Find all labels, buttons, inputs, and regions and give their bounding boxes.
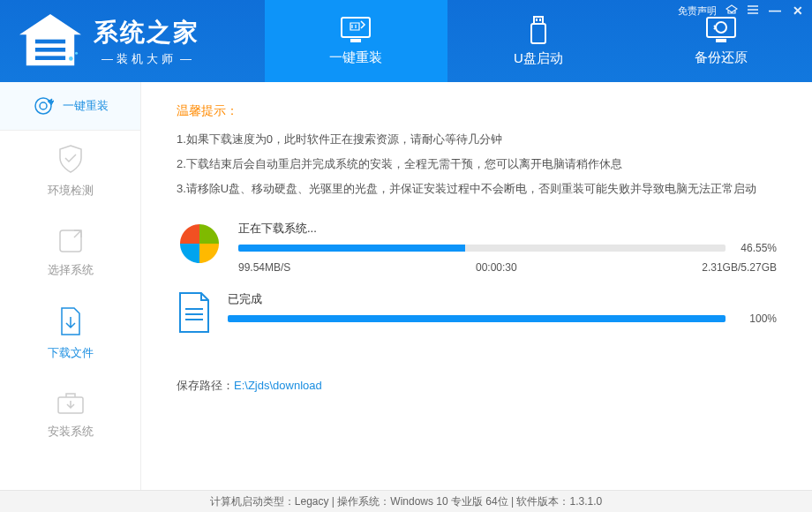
logo-subtitle: 装机大师 <box>94 51 199 67</box>
sidebar-item-env-check[interactable]: 环境检测 <box>0 131 140 212</box>
svg-rect-8 <box>531 24 545 43</box>
svg-point-13 <box>716 22 726 33</box>
progress-percent: 100% <box>733 312 777 325</box>
sidebar-item-reinstall[interactable]: 一键重装 <box>0 82 140 131</box>
download-complete-block: 已完成 100% <box>177 291 777 334</box>
save-path: 保存路径：E:\Zjds\download <box>177 378 777 394</box>
svg-rect-9 <box>536 19 538 21</box>
svg-point-4 <box>75 51 78 54</box>
svg-rect-6 <box>350 39 361 42</box>
menu-icon[interactable] <box>747 4 759 17</box>
header: 系统之家 装机大师 一键重装 U盘启动 <box>0 0 812 82</box>
content: 温馨提示： 1.如果下载速度为0，此时软件正在搜索资源，请耐心等待几分钟 2.下… <box>141 82 812 490</box>
svg-rect-11 <box>707 18 735 37</box>
tab-usb-boot[interactable]: U盘启动 <box>447 0 630 82</box>
tab-reinstall[interactable]: 一键重装 <box>265 0 447 82</box>
progress-fill <box>238 245 465 252</box>
logo-area: 系统之家 装机大师 <box>0 0 265 82</box>
sidebar-item-label: 下载文件 <box>48 345 94 361</box>
tips-line: 1.如果下载速度为0，此时软件正在搜索资源，请耐心等待几分钟 <box>177 132 777 147</box>
windows-logo-icon <box>177 221 222 267</box>
tab-label: 一键重装 <box>329 49 382 66</box>
svg-rect-10 <box>539 19 541 21</box>
footer-status: 计算机启动类型：Legacy | 操作系统：Windows 10 专业版 64位… <box>0 490 812 512</box>
svg-point-15 <box>40 102 47 109</box>
tab-label: U盘启动 <box>514 50 563 67</box>
svg-rect-7 <box>534 17 543 24</box>
select-icon <box>56 227 85 255</box>
sidebar-item-label: 选择系统 <box>48 262 94 278</box>
minimize-button[interactable]: — <box>768 4 782 18</box>
progress-percent: 46.55% <box>733 242 777 254</box>
svg-point-3 <box>69 56 73 61</box>
save-path-value[interactable]: E:\Zjds\download <box>234 379 322 392</box>
hat-icon[interactable] <box>726 4 738 17</box>
tab-label: 备份还原 <box>695 49 748 66</box>
download-title: 已完成 <box>228 291 777 307</box>
tips-line: 3.请移除U盘、移动硬盘、光驱里的光盘，并保证安装过程中不会断电，否则重装可能失… <box>177 181 777 197</box>
tips-title: 温馨提示： <box>177 103 777 119</box>
download-size: 2.31GB/5.27GB <box>702 261 777 274</box>
disclaimer-link[interactable]: 免责声明 <box>678 4 717 18</box>
sidebar-item-label: 环境检测 <box>48 183 94 199</box>
close-button[interactable]: ✕ <box>791 4 805 18</box>
window-controls: 免责声明 — ✕ <box>678 4 805 18</box>
svg-rect-2 <box>35 56 65 60</box>
sidebar-item-label: 安装系统 <box>48 424 94 440</box>
progress-fill <box>228 315 726 322</box>
body: 一键重装 环境检测 选择系统 下载文件 <box>0 82 812 490</box>
progress-bar-system <box>238 245 726 252</box>
download-speed: 99.54MB/S <box>238 261 290 274</box>
tips-line: 2.下载结束后会自动重启并完成系统的安装，全程无需干预，您可以离开电脑请稍作休息 <box>177 156 777 172</box>
sidebar-item-install[interactable]: 安装系统 <box>0 374 140 456</box>
target-icon <box>33 95 54 117</box>
monitor-icon <box>338 16 373 44</box>
footer-text: 计算机启动类型：Legacy | 操作系统：Windows 10 专业版 64位… <box>210 494 602 509</box>
sidebar-item-select-system[interactable]: 选择系统 <box>0 212 140 293</box>
svg-rect-1 <box>35 48 65 52</box>
shield-icon <box>56 144 85 176</box>
svg-rect-12 <box>716 39 726 42</box>
logo-title: 系统之家 <box>94 16 199 49</box>
sidebar-item-download[interactable]: 下载文件 <box>0 293 140 374</box>
download-system-block: 正在下载系统... 46.55% 99.54MB/S 00:00:30 2.31… <box>177 221 777 274</box>
download-file-icon <box>56 306 85 338</box>
save-path-label: 保存路径： <box>177 379 234 392</box>
svg-rect-0 <box>35 39 65 43</box>
logo-icon <box>16 11 85 72</box>
usb-icon <box>525 15 552 45</box>
install-icon <box>56 390 86 417</box>
download-title: 正在下载系统... <box>238 221 777 237</box>
sidebar: 一键重装 环境检测 选择系统 下载文件 <box>0 82 141 490</box>
download-elapsed: 00:00:30 <box>476 261 517 274</box>
backup-icon <box>703 16 739 44</box>
progress-bar-complete <box>228 315 726 322</box>
sidebar-item-label: 一键重装 <box>63 98 109 114</box>
document-icon <box>177 291 212 334</box>
